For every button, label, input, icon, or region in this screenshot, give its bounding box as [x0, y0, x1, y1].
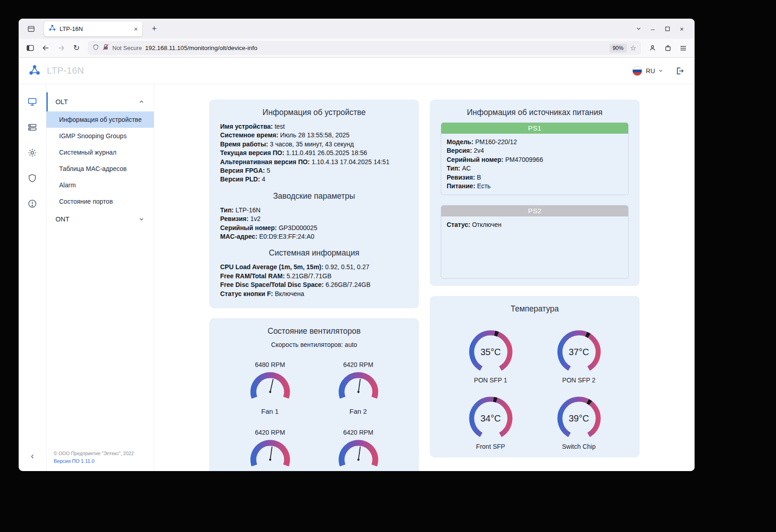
alerts-icon[interactable]	[27, 199, 37, 209]
browser-tab[interactable]: LTP-16N ×	[44, 21, 142, 36]
temperature-gauge: 34°C Front SFP	[457, 396, 525, 450]
temperature-label: PON SFP 1	[457, 376, 525, 384]
main-content: Информация об устройстве Имя устройства:…	[154, 84, 695, 471]
rack-icon[interactable]	[27, 122, 37, 132]
fan-gauge: 6480 RPM Fan 1	[236, 361, 304, 415]
tab-bar: LTP-16N × + – ×	[19, 19, 695, 39]
sidebar-group-label: ONT	[55, 216, 70, 223]
logout-icon[interactable]	[675, 66, 685, 75]
fan-label: Fan 1	[236, 407, 304, 415]
factory-params-title: Заводские параметры	[220, 191, 408, 201]
info-row: Версия PLD: 4	[220, 175, 408, 184]
zoom-level[interactable]: 90%	[610, 44, 627, 53]
power-card-title: Информация об источниках питания	[441, 108, 629, 117]
temperature-gauge: 37°C PON SFP 2	[545, 329, 613, 384]
power-supply-ps2: PS2 Статус: Отключен	[441, 205, 629, 279]
copyright-text: © ООО Предприятие "Элтекс", 2022	[54, 451, 146, 456]
account-icon[interactable]	[645, 41, 659, 55]
system-info-title: Системная информация	[220, 248, 408, 258]
temperature-value: 37°C	[556, 329, 602, 375]
security-label: Not Secure	[112, 45, 142, 51]
temperature-label: Front SFP	[457, 443, 525, 450]
device-info-title: Информация об устройстве	[220, 108, 408, 117]
info-row: CPU Load Average (1m, 5m, 15m): 0.92, 0.…	[220, 263, 408, 271]
chevron-down-icon[interactable]	[658, 68, 664, 74]
bookmark-star-icon[interactable]: ☆	[630, 44, 636, 52]
info-row: Системное время: Июль 28 13:55:58, 2025	[220, 131, 408, 140]
tracking-shield-icon[interactable]	[92, 44, 99, 53]
icon-rail: ‹	[19, 84, 46, 471]
url-text: 192.168.11.105/monitoring/olt/device-inf…	[145, 45, 606, 51]
fans-card: Состояние вентиляторов Скорость вентилят…	[209, 318, 419, 471]
info-row: Тип: LTP-16N	[220, 206, 408, 215]
chevron-down-icon	[138, 216, 145, 222]
sidebar-footer: © ООО Предприятие "Элтекс", 2022 Версия …	[46, 444, 154, 471]
temperature-value: 35°C	[468, 329, 514, 375]
info-row: Тип: AC	[447, 164, 623, 173]
tabs-list-chevron-icon[interactable]	[632, 22, 645, 35]
collapse-sidebar-icon[interactable]: ‹	[31, 451, 34, 461]
temperature-gauge: 39°C Switch Chip	[545, 396, 613, 450]
info-row: Серийный номер: PM47009966	[447, 156, 623, 164]
settings-gear-icon[interactable]	[27, 148, 37, 158]
app-header: LTP-16N RU	[19, 58, 695, 84]
sidebar-item-system-log[interactable]: Системный журнал	[46, 144, 154, 161]
language-selector[interactable]: RU	[646, 67, 655, 75]
fan-gauge-dial	[236, 371, 304, 407]
power-card: Информация об источниках питания PS1 Мод…	[430, 100, 640, 286]
sidebar-item-port-state[interactable]: Состояние портов	[46, 193, 154, 210]
language-flag-icon	[632, 66, 642, 76]
info-row: Питание: Есть	[447, 182, 623, 191]
reload-icon[interactable]: ↻	[70, 41, 83, 55]
sidebar-item-mac-table[interactable]: Таблица MAC-адресов	[46, 161, 154, 177]
window-close-button[interactable]: ×	[675, 22, 689, 35]
menu-icon[interactable]	[676, 41, 690, 55]
info-row: Статус: Отключен	[447, 221, 623, 229]
firefox-view-icon[interactable]	[24, 22, 38, 35]
power-supply-ps1: PS1 Модель: PM160-220/12Версия: 2v4Серий…	[441, 122, 629, 195]
sidebar-item-device-info[interactable]: Информация об устройстве	[46, 111, 154, 128]
info-row: Модель: PM160-220/12	[447, 138, 623, 146]
security-shield-icon[interactable]	[27, 173, 37, 183]
device-info-card: Информация об устройстве Имя устройства:…	[209, 100, 419, 308]
fan-speed-setting: Скорость вентиляторов: auto	[220, 341, 408, 348]
sidebar-toggle-icon[interactable]	[23, 41, 37, 55]
back-icon[interactable]	[39, 41, 52, 55]
temperature-value: 39°C	[556, 396, 602, 441]
temperature-label: PON SFP 2	[545, 376, 613, 384]
window-minimize-button[interactable]: –	[645, 22, 660, 35]
sidebar-item-alarm[interactable]: Alarm	[46, 177, 154, 193]
info-row: Текущая версия ПО: 1.11.0.491 26.05.2025…	[220, 149, 408, 157]
temperature-gauge: 35°C PON SFP 1	[457, 329, 525, 384]
app-logo-icon	[29, 64, 40, 78]
info-row: Ревизия: B	[447, 173, 623, 182]
info-row: Версия FPGA: 5	[220, 166, 408, 175]
sidebar-group-olt[interactable]: OLT	[46, 92, 154, 111]
extensions-icon[interactable]	[661, 41, 675, 55]
monitoring-icon[interactable]	[27, 97, 37, 107]
ps2-status-header: PS2	[441, 206, 628, 216]
fan-rpm-value: 6420 RPM	[324, 429, 393, 436]
info-row: Имя устройства: test	[220, 122, 408, 131]
temperature-label: Switch Chip	[545, 443, 613, 450]
tab-close-icon[interactable]: ×	[134, 25, 138, 33]
forward-icon[interactable]	[54, 41, 68, 55]
sidebar-group-ont[interactable]: ONT	[46, 210, 154, 229]
fan-label: Fan 2	[324, 407, 393, 415]
new-tab-button[interactable]: +	[148, 24, 161, 34]
address-bar[interactable]: Not Secure 192.168.11.105/monitoring/olt…	[88, 41, 641, 55]
desktop-background: LTP-16N × + – × ↻	[0, 0, 776, 532]
info-row: Версия: 2v4	[447, 146, 623, 155]
sidebar: OLT Информация об устройстве IGMP Snoopi…	[46, 84, 154, 471]
sidebar-item-igmp-snooping[interactable]: IGMP Snooping Groups	[46, 128, 154, 144]
info-row: Free RAM/Total RAM: 5.21GB/7.71GB	[220, 272, 408, 281]
tab-title: LTP-16N	[60, 25, 130, 32]
browser-toolbar: ↻ Not Secure 192.168.11.105/monitoring/o…	[19, 39, 695, 58]
tab-favicon-icon	[49, 24, 56, 33]
fan-rpm-value: 6420 RPM	[236, 429, 304, 436]
window-maximize-button[interactable]	[660, 22, 675, 35]
fan-gauge: 6420 RPM Fan 3	[236, 429, 304, 471]
firmware-version-link[interactable]: Версия ПО 1.11.0	[54, 458, 95, 464]
info-row: Время работы: 3 часов, 35 минут, 43 секу…	[220, 140, 408, 149]
fan-gauge-dial	[324, 371, 393, 407]
